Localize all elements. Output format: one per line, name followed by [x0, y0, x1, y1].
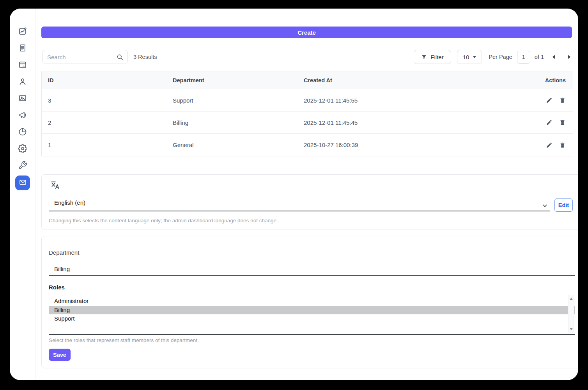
- save-button[interactable]: Save: [49, 349, 71, 361]
- caret-down-icon: [473, 56, 476, 58]
- search-box: [42, 50, 128, 64]
- per-page-label: Per Page: [489, 54, 512, 60]
- filter-label: Filter: [430, 54, 443, 60]
- mail-icon: [19, 178, 27, 188]
- department-form-card: Department Roles Administrator Billing S…: [41, 236, 578, 368]
- sidebar-item-settings[interactable]: [18, 145, 27, 154]
- pencil-icon: [546, 142, 553, 149]
- sidebar-item-media[interactable]: [18, 94, 27, 104]
- translate-icon: [50, 180, 60, 190]
- window-icon: [18, 60, 27, 71]
- table-row: 2 Billing 2025-12-01 11:45:45: [42, 112, 573, 134]
- app-window: Create 3 Results Filter 10 Per: [10, 9, 578, 380]
- cell-id: 1: [42, 142, 173, 148]
- delete-row-button[interactable]: [559, 97, 566, 104]
- cell-department: Billing: [173, 119, 304, 126]
- department-input[interactable]: [49, 262, 575, 276]
- search-input[interactable]: [47, 50, 113, 64]
- table-row: 1 General 2025-10-27 16:00:39: [42, 134, 573, 156]
- sidebar-item-dashboard[interactable]: [18, 27, 27, 37]
- language-select[interactable]: English (en): [49, 197, 550, 211]
- pie-chart-icon: [18, 127, 27, 138]
- sidebar-item-articles[interactable]: [18, 44, 27, 53]
- page-total: of 1: [535, 54, 544, 60]
- sidebar-item-pages[interactable]: [18, 61, 27, 70]
- megaphone-icon: [18, 110, 27, 121]
- search-icon: [116, 53, 124, 61]
- chevron-down-icon: [543, 202, 547, 205]
- roles-label: Roles: [49, 284, 65, 291]
- next-page-button[interactable]: [567, 53, 572, 60]
- cell-created-at: 2025-10-27 16:00:39: [304, 142, 526, 148]
- document-icon: [18, 43, 27, 54]
- funnel-icon: [421, 54, 427, 60]
- cell-created-at: 2025-12-01 11:45:45: [304, 119, 526, 126]
- wrench-icon: [18, 161, 27, 172]
- sidebar-item-users[interactable]: [18, 78, 27, 87]
- pencil-icon: [546, 97, 553, 104]
- cell-created-at: 2025-12-01 11:45:55: [304, 97, 526, 104]
- header-id: ID: [42, 77, 173, 83]
- chart-edit-icon: [18, 27, 27, 37]
- sidebar-item-announcements[interactable]: [18, 111, 27, 121]
- user-icon: [18, 77, 27, 88]
- header-actions: Actions: [526, 77, 573, 83]
- departments-table: ID Department Created At Actions 3 Suppo…: [41, 71, 573, 156]
- scroll-up-icon[interactable]: [570, 298, 573, 300]
- gear-icon: [18, 144, 27, 155]
- language-helper-text: Changing this selects the content langua…: [49, 218, 278, 223]
- table-row: 3 Support 2025-12-01 11:45:55: [42, 89, 573, 112]
- arrow-left-icon: [553, 55, 555, 59]
- monitor-image-icon: [18, 94, 27, 105]
- language-select-value: English (en): [54, 199, 85, 206]
- roles-option-billing-selected[interactable]: Billing: [49, 306, 575, 315]
- trash-icon: [559, 97, 566, 104]
- edit-language-button[interactable]: Edit: [554, 199, 573, 212]
- roles-listbox[interactable]: Administrator Billing Support: [49, 294, 575, 335]
- header-department: Department: [173, 77, 304, 83]
- trash-icon: [559, 119, 566, 126]
- scroll-down-icon[interactable]: [570, 328, 573, 330]
- delete-row-button[interactable]: [559, 142, 566, 149]
- previous-page-button[interactable]: [551, 53, 556, 60]
- per-page-select[interactable]: 10: [457, 50, 482, 64]
- sidebar-item-tools[interactable]: [18, 161, 27, 171]
- sidebar-item-reports[interactable]: [18, 128, 27, 137]
- toolbar: 3 Results Filter 10 Per Page of 1: [41, 50, 572, 64]
- cell-id: 2: [42, 119, 173, 126]
- per-page-value: 10: [463, 54, 469, 60]
- roles-option-support[interactable]: Support: [49, 314, 575, 323]
- roles-helper-text: Select the roles that represent staff me…: [49, 337, 199, 343]
- header-created-at: Created At: [304, 77, 526, 83]
- create-button[interactable]: Create: [41, 27, 572, 38]
- cell-department: General: [173, 142, 304, 148]
- page-number-input[interactable]: [517, 51, 530, 64]
- sidebar-item-mail-active[interactable]: [15, 176, 30, 190]
- cell-department: Support: [173, 97, 304, 104]
- filter-button[interactable]: Filter: [414, 50, 451, 64]
- cell-id: 3: [42, 97, 173, 104]
- language-card: English (en) Edit Changing this selects …: [41, 174, 578, 229]
- sidebar: [10, 9, 36, 380]
- edit-row-button[interactable]: [546, 97, 553, 104]
- roles-option-administrator[interactable]: Administrator: [49, 297, 575, 306]
- edit-row-button[interactable]: [546, 142, 553, 149]
- edit-row-button[interactable]: [546, 119, 553, 126]
- pencil-icon: [546, 119, 553, 126]
- listbox-scrollbar[interactable]: [568, 295, 574, 333]
- department-label: Department: [49, 249, 79, 256]
- trash-icon: [559, 142, 566, 149]
- delete-row-button[interactable]: [559, 119, 566, 126]
- arrow-right-icon: [568, 55, 570, 59]
- results-count: 3 Results: [133, 50, 157, 64]
- table-header-row: ID Department Created At Actions: [42, 71, 573, 89]
- main-content: Create 3 Results Filter 10 Per: [41, 9, 578, 380]
